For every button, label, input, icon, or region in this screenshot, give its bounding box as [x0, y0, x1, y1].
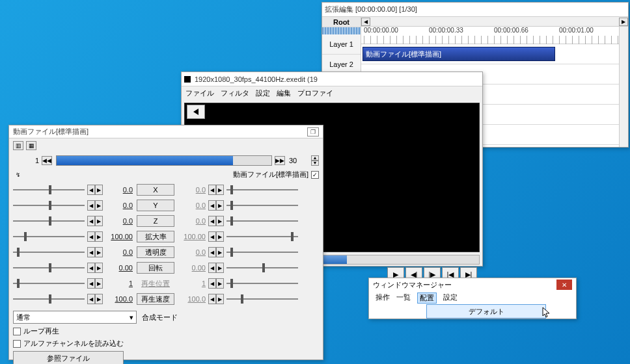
param-value-right[interactable]: 0.0 — [178, 248, 206, 256]
param-step-right[interactable]: ◀▶ — [208, 294, 224, 304]
param-value-right[interactable]: 0.0 — [178, 217, 206, 225]
wm-menu-1[interactable]: 一覧 — [396, 292, 411, 304]
restore-icon[interactable]: ❐ — [307, 127, 319, 136]
video-clip[interactable]: 動画ファイル[標準描画] — [363, 47, 555, 61]
param-value-left[interactable]: 0.0 — [105, 202, 133, 209]
menu-filter[interactable]: フィルタ — [221, 88, 249, 98]
param-slider-right[interactable] — [226, 184, 298, 196]
param-value-left[interactable]: 0.00 — [105, 264, 133, 272]
param-step-right[interactable]: ◀▶ — [208, 185, 224, 195]
scroll-right-icon[interactable]: ▶ — [619, 18, 628, 26]
timeline-title: 拡張編集 [00:00:00.00] [1/30] — [325, 5, 417, 14]
preview-titlebar[interactable]: 1920x1080_30fps_44100Hz.exedit (19 — [182, 72, 482, 86]
param-value-left[interactable]: 100.00 — [105, 233, 133, 240]
param-row-回転: ◀▶0.00回転0.00◀▶ — [13, 260, 319, 276]
param-value-right[interactable]: 0.0 — [178, 186, 206, 194]
param-slider-right[interactable] — [226, 262, 298, 274]
param-value-left[interactable]: 1 — [105, 280, 133, 287]
param-step-left[interactable]: ◀▶ — [87, 185, 103, 195]
layer-1-label[interactable]: Layer 1 — [322, 34, 361, 55]
param-value-left[interactable]: 0.0 — [105, 186, 133, 194]
parameter-list: ◀▶0.0X0.0◀▶◀▶0.0Y0.0◀▶◀▶0.0Z0.0◀▶◀▶100.0… — [9, 181, 323, 308]
param-name-button[interactable]: 再生速度 — [137, 293, 174, 305]
param-slider-left[interactable] — [13, 231, 85, 242]
param-value-right[interactable]: 100.0 — [178, 295, 206, 303]
param-row-Y: ◀▶0.0Y0.0◀▶ — [13, 198, 319, 213]
frame-prev-button[interactable]: ◀◀ — [42, 156, 52, 165]
menu-settings[interactable]: 設定 — [256, 88, 270, 98]
param-name-button[interactable]: Y — [137, 200, 174, 211]
wm-titlebar[interactable]: ウィンドウマネージャー ✕ — [369, 278, 576, 291]
param-step-right[interactable]: ◀▶ — [208, 216, 224, 226]
param-value-left[interactable]: 0.0 — [105, 248, 133, 256]
blend-mode-value: 通常 — [16, 313, 31, 322]
param-slider-left[interactable] — [13, 246, 85, 258]
param-step-right[interactable]: ◀▶ — [208, 200, 224, 211]
param-name-button[interactable]: 拡大率 — [137, 231, 174, 242]
root-label[interactable]: Root — [322, 17, 361, 27]
param-step-left[interactable]: ◀▶ — [87, 200, 103, 211]
enable-checkbox[interactable]: ✓ — [311, 171, 319, 179]
param-slider-left[interactable] — [13, 215, 85, 227]
loop-checkbox[interactable] — [13, 328, 21, 335]
param-step-right[interactable]: ◀▶ — [208, 278, 224, 289]
param-name-button[interactable]: X — [137, 184, 174, 196]
scroll-left-icon[interactable]: ◀ — [361, 18, 370, 26]
alpha-checkbox[interactable] — [13, 340, 21, 348]
param-step-left[interactable]: ◀▶ — [87, 278, 103, 289]
skip-start-button[interactable] — [187, 105, 205, 119]
track-1[interactable]: 動画ファイル[標準描画] — [361, 44, 628, 64]
param-slider-right[interactable] — [226, 231, 298, 242]
param-name-button[interactable]: Z — [137, 215, 174, 227]
param-step-left[interactable]: ◀▶ — [87, 216, 103, 226]
wm-menu-0[interactable]: 操作 — [376, 292, 390, 304]
param-value-right[interactable]: 1 — [178, 280, 206, 287]
tool-icon-2[interactable]: ▦ — [26, 141, 36, 150]
param-slider-left[interactable] — [13, 262, 85, 274]
close-button[interactable]: ✕ — [556, 280, 572, 290]
param-name-button[interactable]: 回転 — [137, 262, 174, 274]
timeline-titlebar[interactable]: 拡張編集 [00:00:00.00] [1/30] — [322, 3, 628, 17]
frame-spinner[interactable]: ▲▼ — [311, 155, 319, 166]
param-step-left[interactable]: ◀▶ — [87, 263, 103, 273]
window-manager: ウィンドウマネージャー ✕ 操作 一覧 配置 設定 デフォルト — [368, 278, 577, 319]
param-step-left[interactable]: ◀▶ — [87, 231, 103, 242]
timeline-ruler[interactable]: 00:00:00.00 00:00:00.33 00:00:00.66 00:0… — [361, 27, 628, 44]
param-slider-right[interactable] — [226, 246, 298, 258]
reference-file-button[interactable]: 参照ファイル — [13, 351, 124, 364]
frame-next-button[interactable]: ▶▶ — [275, 156, 285, 165]
param-slider-left[interactable] — [13, 293, 85, 305]
param-slider-left[interactable] — [13, 200, 85, 211]
property-titlebar[interactable]: 動画ファイル[標準描画] ❐ — [9, 125, 323, 138]
param-value-right[interactable]: 100.00 — [178, 233, 206, 240]
menu-file[interactable]: ファイル — [185, 88, 214, 98]
frame-slider[interactable] — [56, 155, 272, 166]
param-slider-right[interactable] — [226, 215, 298, 227]
param-slider-right[interactable] — [226, 200, 298, 211]
param-slider-left[interactable] — [13, 184, 85, 196]
param-step-left[interactable]: ◀▶ — [87, 294, 103, 304]
param-name-button[interactable]: 再生位置 — [137, 278, 174, 289]
param-row-再生位置: ◀▶1再生位置1◀▶ — [13, 276, 319, 291]
param-step-right[interactable]: ◀▶ — [208, 247, 224, 257]
param-value-right[interactable]: 0.00 — [178, 264, 206, 272]
tool-icon-1[interactable]: ▥ — [13, 141, 23, 150]
wm-menu-2[interactable]: 配置 — [417, 292, 437, 304]
wm-dropdown-item[interactable]: デフォルト — [426, 304, 546, 318]
wm-menu-3[interactable]: 設定 — [443, 292, 458, 304]
param-name-button[interactable]: 透明度 — [137, 246, 174, 258]
param-slider-right[interactable] — [226, 293, 298, 305]
blend-mode-combo[interactable]: 通常 ▾ — [13, 311, 137, 324]
param-value-left[interactable]: 100.0 — [105, 295, 133, 303]
param-step-right[interactable]: ◀▶ — [208, 231, 224, 242]
timeline-hscroll[interactable]: ◀ ▶ — [361, 17, 628, 27]
param-slider-right[interactable] — [226, 278, 298, 289]
param-value-left[interactable]: 0.0 — [105, 217, 133, 225]
menu-profile[interactable]: プロファイ — [297, 88, 333, 98]
param-value-right[interactable]: 0.0 — [178, 202, 206, 209]
menu-edit[interactable]: 編集 — [277, 88, 291, 98]
param-step-left[interactable]: ◀▶ — [87, 247, 103, 257]
param-step-right[interactable]: ◀▶ — [208, 263, 224, 273]
param-slider-left[interactable] — [13, 278, 85, 289]
timeline-vscroll[interactable] — [619, 27, 628, 147]
